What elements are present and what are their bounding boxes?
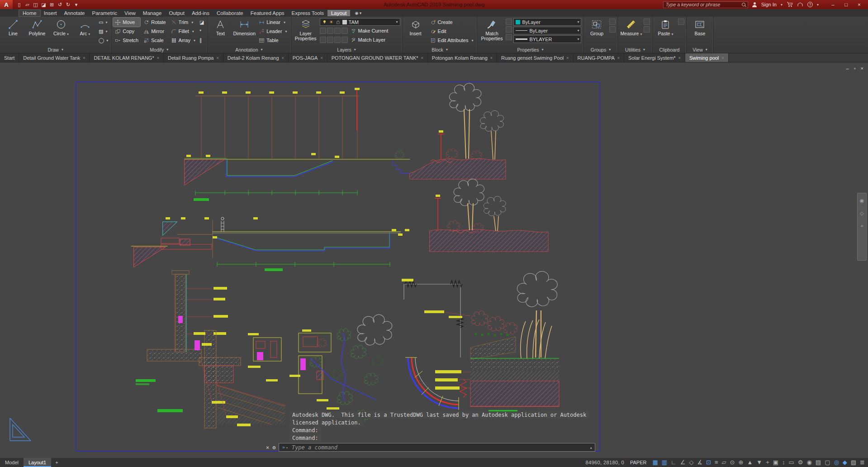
layout1-tab[interactable]: Layout1 [24,458,51,467]
grid-display-icon[interactable]: ▦ [652,458,658,467]
restore-drawing-icon[interactable]: ▫ [854,66,856,71]
selection-cycling-icon[interactable]: ⊙ [730,458,735,467]
quick-select-tool-icon[interactable] [644,19,650,25]
properties-tool-icon[interactable] [506,34,512,40]
close-file-tab-icon[interactable]: × [282,56,284,60]
paper-space-toggle[interactable]: PAPER [628,459,648,466]
file-tab[interactable]: Detail Ruang Pompa× [164,53,223,62]
group-edit-tool-icon[interactable] [609,26,616,33]
undo-icon[interactable]: ↺ [56,0,64,9]
ribbon-tab-output[interactable]: Output [165,10,188,16]
dynamic-ucs-icon[interactable]: ▲ [747,458,753,467]
draw-panel-title[interactable]: Draw [0,46,111,53]
block-panel-title[interactable]: Block [403,46,477,53]
id-point-tool-icon[interactable] [644,26,650,33]
close-button[interactable]: × [853,0,866,9]
lock-ui-icon[interactable]: ▢ [825,458,830,467]
layer-tool-icon[interactable] [327,37,333,43]
annotation-monitor-icon[interactable]: ◉ [807,458,812,467]
autodesk-account-icon[interactable] [797,2,803,7]
copy-tool[interactable]: Copy [113,27,140,36]
clean-screen-icon[interactable]: ▧ [851,458,856,467]
pan-icon[interactable]: ◇ [860,210,863,216]
open-file-icon[interactable]: ▱ [24,0,31,9]
close-file-tab-icon[interactable]: × [617,56,620,60]
line-tool[interactable]: Line [2,18,24,37]
3d-object-snap-icon[interactable]: ⊕ [739,458,744,467]
leader-tool[interactable]: Leader [257,27,289,36]
layer-tool-icon[interactable] [334,28,341,34]
snap-mode-icon[interactable]: ▥ [662,458,667,467]
file-tab[interactable]: POTONGAN GROUND WATER TANK*× [327,53,428,62]
close-file-tab-icon[interactable]: × [678,56,681,60]
array-tool[interactable]: Array [169,36,197,45]
close-file-tab-icon[interactable]: × [721,56,724,60]
layer-lock-icon[interactable] [336,19,341,24]
ribbon-tab-manage[interactable]: Manage [139,10,166,16]
help-caret-icon[interactable]: ▾ [817,3,819,7]
linetype-select[interactable]: ByLayer ▾ [513,27,581,34]
plot-icon[interactable]: ⊞ [48,0,56,9]
close-file-tab-icon[interactable]: × [490,56,493,60]
close-file-tab-icon[interactable]: × [217,56,219,60]
properties-tool-icon[interactable] [506,26,512,33]
ribbon-display-toggle-icon[interactable]: ◉ ▾ [355,11,361,15]
object-snap-tracking-icon[interactable]: ∡ [697,458,702,467]
redo-icon[interactable]: ↻ [64,0,72,9]
file-tab[interactable]: RUANG-POMPA× [574,53,625,62]
close-drawing-icon[interactable]: × [861,66,863,71]
object-snap-icon[interactable]: ⊡ [706,458,711,467]
sign-in-caret-icon[interactable]: ▾ [781,3,783,7]
lineweight-select[interactable]: BYLAYER ▾ [513,35,581,43]
measure-tool[interactable]: Measure [620,18,642,38]
view-panel-title[interactable]: View [687,46,713,53]
offset-tool[interactable]: ∥ [199,36,205,45]
new-file-icon[interactable]: ▯ [15,0,23,9]
close-file-tab-icon[interactable]: × [566,56,569,60]
isometric-drafting-icon[interactable]: ◇ [689,458,693,467]
ribbon-tab-layout[interactable]: Layout [327,10,351,16]
sign-in-button[interactable]: Sign In [761,2,777,7]
command-input[interactable]: » Type a command ▴ [279,443,595,452]
file-tab[interactable]: Detail Ground Water Tank× [19,53,90,62]
autoscale-icon[interactable]: ↕ [782,458,785,467]
customization-menu-icon[interactable]: ≣ [860,458,865,467]
full-navigation-wheel-icon[interactable]: ◉ [860,198,864,204]
linear-dimension-tool[interactable]: Linear [257,18,289,27]
erase-tool[interactable]: ◪ [199,18,205,27]
file-tab[interactable]: Ruang genset Swiming Pool× [497,53,573,62]
minimize-button[interactable]: – [826,0,840,9]
file-tab[interactable]: DETAIL KOLAM RENANG*× [90,53,164,62]
stretch-tool[interactable]: Stretch [113,36,140,45]
ribbon-tab-express-tools[interactable]: Express Tools [288,10,327,16]
quick-properties-icon[interactable]: ▤ [816,458,821,467]
properties-panel-title[interactable]: Properties [477,46,583,53]
file-tab[interactable]: Swiming pool× [685,53,729,62]
edit-attributes-tool[interactable]: Edit Attributes [428,36,475,45]
properties-tool-icon[interactable] [506,19,512,25]
ribbon-tab-insert[interactable]: Insert [40,10,61,16]
lineweight-caret-icon[interactable]: ▾ [577,37,579,41]
object-color-select[interactable]: ByLayer ▾ [513,18,581,26]
transparency-icon[interactable]: ▱ [722,458,726,467]
move-tool[interactable]: Move [113,18,140,27]
file-tab[interactable]: Potongan Kolam Renang× [428,53,497,62]
arc-tool[interactable]: Arc [74,18,96,38]
ribbon-tab-parametric[interactable]: Parametric [89,10,121,16]
layers-panel-title[interactable]: Layers [291,46,402,53]
linetype-caret-icon[interactable]: ▾ [577,29,579,33]
rectangle-tool[interactable]: ▭ [98,18,109,27]
workspace-switching-icon[interactable]: ⚙ [798,458,803,467]
search-input[interactable]: Type a keyword or phrase [663,1,748,8]
file-tab[interactable]: Detail-2 Kolam Renang× [223,53,289,62]
match-layer-tool[interactable]: Match Layer [349,35,388,44]
ungroup-tool-icon[interactable] [609,19,616,25]
selection-filtering-icon[interactable]: ▼ [756,458,762,467]
groups-panel-title[interactable]: Groups [583,46,617,53]
rotate-tool[interactable]: Rotate [142,18,167,27]
layer-tool-icon[interactable] [327,28,333,34]
text-tool[interactable]: Text [209,18,232,37]
ellipse-tool[interactable]: ◯ [98,36,109,45]
ribbon-tab-add-ins[interactable]: Add-ins [188,10,213,16]
create-block-tool[interactable]: Create [428,18,475,27]
